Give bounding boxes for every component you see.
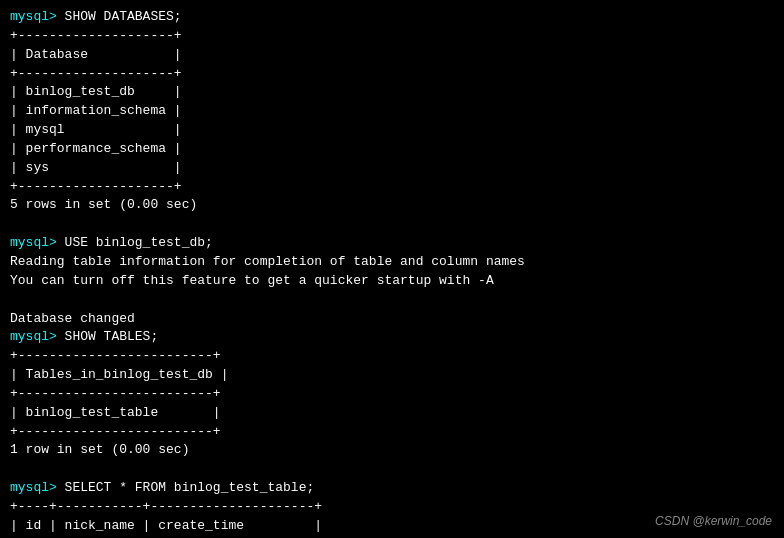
terminal-line: | mysql | — [10, 121, 774, 140]
terminal-line: Database changed — [10, 310, 774, 329]
terminal-line: | binlog_test_table | — [10, 404, 774, 423]
terminal-line: mysql> USE binlog_test_db; — [10, 234, 774, 253]
terminal-line: 1 row in set (0.00 sec) — [10, 441, 774, 460]
terminal-line: | performance_schema | — [10, 140, 774, 159]
terminal-line: | Tables_in_binlog_test_db | — [10, 366, 774, 385]
watermark: CSDN @kerwin_code — [655, 514, 772, 528]
terminal-line: mysql> SELECT * FROM binlog_test_table; — [10, 479, 774, 498]
terminal-line: +--------------------+ — [10, 178, 774, 197]
terminal-line: | Database | — [10, 46, 774, 65]
terminal-line: 5 rows in set (0.00 sec) — [10, 196, 774, 215]
terminal-line: mysql> SHOW DATABASES; — [10, 8, 774, 27]
terminal-line — [10, 215, 774, 234]
terminal-line: +--------------------+ — [10, 27, 774, 46]
terminal-line — [10, 460, 774, 479]
terminal-line: Reading table information for completion… — [10, 253, 774, 272]
terminal-line: | binlog_test_db | — [10, 83, 774, 102]
terminal-line: +--------------------+ — [10, 65, 774, 84]
terminal-line: +-------------------------+ — [10, 385, 774, 404]
terminal-line: +-------------------------+ — [10, 423, 774, 442]
terminal-line: | sys | — [10, 159, 774, 178]
terminal-line: mysql> SHOW TABLES; — [10, 328, 774, 347]
terminal-line: | information_schema | — [10, 102, 774, 121]
terminal-line — [10, 291, 774, 310]
terminal-output: mysql> SHOW DATABASES;+-----------------… — [0, 0, 784, 538]
terminal-line: You can turn off this feature to get a q… — [10, 272, 774, 291]
terminal-line: +-------------------------+ — [10, 347, 774, 366]
